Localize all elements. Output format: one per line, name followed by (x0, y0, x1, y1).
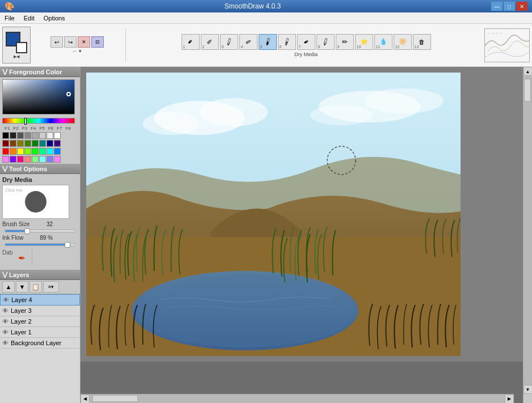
swatch-palegreen[interactable] (32, 156, 39, 163)
scroll-left-button[interactable]: ◀ (81, 394, 90, 404)
color-gradient[interactable] (2, 79, 75, 114)
swatch-yellow[interactable] (17, 148, 24, 155)
swatch-lavender[interactable] (54, 156, 61, 163)
layer-item-background[interactable]: 👁 Background Layer (0, 338, 80, 349)
swatch-white[interactable] (54, 132, 61, 139)
swatch-lightgray[interactable] (32, 132, 39, 139)
layer-visibility-2[interactable]: 👁 (2, 318, 9, 325)
swatch-lime[interactable] (24, 148, 31, 155)
tool-brush-7[interactable]: ✒7 (297, 34, 315, 50)
color-picker-area (0, 77, 80, 117)
redo-button[interactable]: ↪ (64, 36, 77, 48)
swatch-orange[interactable] (10, 148, 16, 155)
tool-pencil-2[interactable]: ✏2 (201, 34, 219, 50)
layer-options-button[interactable]: ≡▾ (43, 281, 59, 292)
tool-pencil-1[interactable]: ✒1 (181, 34, 200, 50)
swatch-olive[interactable] (17, 140, 24, 147)
swatch-violet[interactable] (10, 156, 16, 163)
ink-flow-slider[interactable] (5, 243, 75, 246)
tool-brush-12[interactable]: 🔆12 (394, 34, 412, 50)
hue-bar-container (0, 117, 80, 125)
scroll-right-button[interactable]: ▶ (505, 394, 514, 404)
h-scroll-track[interactable] (90, 394, 505, 403)
swatch-paleblue[interactable] (39, 156, 46, 163)
tool-brush-11[interactable]: 💧11 (374, 34, 392, 50)
tool-options-header[interactable]: ⋁ Tool Options (0, 164, 80, 174)
fg-color-header[interactable]: ⋁ Foreground Color (0, 67, 80, 77)
layer-move-down-button[interactable]: ▼ (16, 281, 28, 292)
layer-item-2[interactable]: 👁 Layer 2 (0, 316, 80, 327)
clear-button[interactable]: ✕ (78, 36, 90, 48)
layer-visibility-1[interactable]: 👁 (2, 329, 9, 336)
ink-flow-fill (5, 244, 67, 245)
drawing-canvas[interactable] (86, 73, 461, 356)
swatch-brightgreen[interactable] (32, 148, 39, 155)
scroll-up-button[interactable]: ▲ (523, 67, 533, 76)
swatch-brown[interactable] (10, 140, 16, 147)
canvas-area[interactable] (81, 67, 523, 362)
tool-eraser[interactable]: 🗑13 (413, 34, 431, 50)
swatch-green[interactable] (32, 140, 39, 147)
tool-brush-3[interactable]: 🖊3 (220, 34, 238, 50)
close-button[interactable]: ✕ (516, 2, 527, 11)
swatch-near-white[interactable] (47, 132, 53, 139)
swatch-azure[interactable] (54, 148, 61, 155)
swatch-gray[interactable] (17, 132, 24, 139)
menubar: File Edit Options (0, 12, 532, 24)
ink-flow-slider-container (2, 243, 78, 248)
swatch-medgray[interactable] (24, 132, 31, 139)
swatch-lighter[interactable] (39, 132, 46, 139)
layer-visibility-bg[interactable]: 👁 (2, 340, 9, 346)
swatch-spring[interactable] (39, 148, 46, 155)
tool-brush-8[interactable]: 🖊8 (316, 34, 335, 50)
background-swatch[interactable] (16, 42, 27, 53)
v-scroll-track[interactable] (523, 76, 532, 385)
layer-visibility-4[interactable]: 👁 (3, 296, 9, 303)
layers-header[interactable]: ⋁ Layers (0, 270, 80, 280)
maximize-button[interactable]: □ (504, 2, 515, 11)
tool-brush-4[interactable]: ✏4 (239, 34, 257, 50)
undo-button[interactable]: ↩ (50, 36, 63, 48)
swatch-navy[interactable] (47, 140, 53, 147)
hue-bar[interactable] (2, 118, 75, 124)
swatch-pink[interactable] (2, 156, 9, 163)
minimize-button[interactable]: — (491, 2, 503, 11)
swatch-rose[interactable] (17, 156, 24, 163)
layer-add-button[interactable]: 📋 (29, 281, 42, 292)
swatch-red[interactable] (2, 148, 9, 155)
brush-decoration: ~ ~ ~ ~ (484, 28, 530, 62)
swatch-black[interactable] (2, 132, 9, 139)
tool-secondary-controls: ↩ ↪ ✕ ⊟ ↔ ▼ (32, 36, 123, 54)
swatch-darkred[interactable] (2, 140, 9, 147)
layer-visibility-3[interactable]: 👁 (2, 307, 9, 314)
v-scroll-thumb[interactable] (524, 79, 531, 101)
layer-item-3[interactable]: 👁 Layer 3 (0, 306, 80, 316)
swatch-teal[interactable] (39, 140, 46, 147)
tool-brush-5[interactable]: 🖌5 (259, 34, 277, 50)
brush-size-slider[interactable] (5, 230, 75, 232)
menu-edit[interactable]: Edit (19, 12, 39, 23)
scroll-down-button[interactable]: ▼ (523, 385, 533, 394)
tool-brush-6[interactable]: 🖋6 (278, 34, 296, 50)
swatch-indigo[interactable] (54, 140, 61, 147)
layer-move-up-button[interactable]: ▲ (2, 281, 15, 292)
layer-item-4[interactable]: 👁 Layer 4 (0, 294, 80, 306)
brush-size-thumb[interactable] (24, 228, 30, 234)
layer-clear-button[interactable]: ⊟ (91, 36, 104, 48)
swatch-periwinkle[interactable] (47, 156, 53, 163)
swatch-darkgray[interactable] (10, 132, 16, 139)
swatch-salmon[interactable] (24, 156, 31, 163)
ink-flow-thumb[interactable] (65, 242, 70, 248)
brush-preview-area[interactable]: Click me (2, 185, 69, 219)
swatch-darkolive[interactable] (24, 140, 31, 147)
tool-brush-9[interactable]: ✏9 (336, 34, 354, 50)
layer-item-1[interactable]: 👁 Layer 1 (0, 327, 80, 338)
canvas-wrapper: ◀ ▶ (81, 67, 523, 403)
tool-brush-10[interactable]: ⭐10 (355, 34, 373, 50)
color-swatches-row-3 (2, 148, 78, 155)
menu-options[interactable]: Options (39, 12, 70, 23)
swatch-cyan[interactable] (47, 148, 53, 155)
menu-file[interactable]: File (0, 12, 19, 23)
toolbar: ▶◀ ↩ ↪ ✕ ⊟ ↔ ▼ ✒1 ✏2 🖊3 ✏4 🖌5 🖋6 ✒7 🖊8 ✏… (0, 24, 532, 67)
h-scroll-thumb[interactable] (92, 395, 138, 402)
